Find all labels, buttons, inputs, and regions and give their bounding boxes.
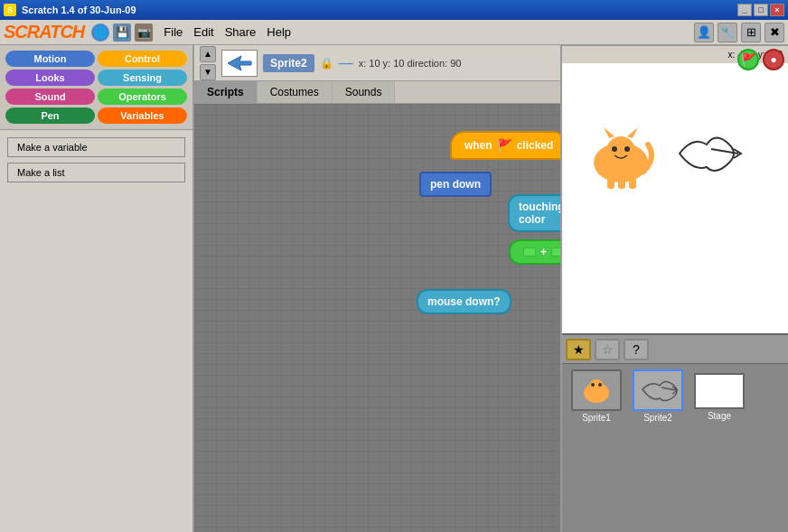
- sprite-indicator: —: [339, 55, 353, 71]
- svg-point-12: [598, 383, 602, 387]
- svg-point-11: [591, 383, 595, 387]
- sprite-nav-down[interactable]: ▼: [200, 64, 216, 80]
- operand2: [551, 247, 560, 257]
- app-icon: S: [4, 4, 16, 16]
- fullscreen-icon[interactable]: ⊞: [741, 23, 761, 42]
- block-categories: Motion Control Looks Sensing Sound Opera…: [0, 45, 192, 130]
- main-layout: Motion Control Looks Sensing Sound Opera…: [0, 45, 788, 532]
- plus-block[interactable]: +: [509, 239, 560, 265]
- share-menu[interactable]: Share: [225, 25, 257, 39]
- sprite-thumbnail: [221, 50, 258, 77]
- menu-bar: SCRATCH 🌐 💾 📷 File Edit Share Help 👤 🔧 ⊞…: [0, 20, 788, 45]
- lock-icon: 🔒: [320, 57, 333, 70]
- when-label: when: [464, 139, 492, 152]
- stage-item[interactable]: Stage: [694, 373, 745, 423]
- question-button[interactable]: ?: [624, 339, 649, 360]
- category-sound[interactable]: Sound: [5, 89, 95, 105]
- left-panel: Motion Control Looks Sensing Sound Opera…: [0, 45, 194, 532]
- make-variable-button[interactable]: Make a variable: [7, 137, 185, 157]
- category-variables[interactable]: Variables: [98, 107, 187, 124]
- script-tabs: Scripts Costumes Sounds: [194, 81, 560, 104]
- globe-icon[interactable]: 🌐: [91, 23, 109, 42]
- sprite-coords: x: 10 y: 10 direction: 90: [359, 58, 462, 69]
- when-clicked-block[interactable]: when 🚩 clicked: [450, 131, 560, 160]
- green-flag-button[interactable]: 🚩: [737, 49, 759, 70]
- scripts-canvas[interactable]: when 🚩 clicked pen down touching color ?…: [194, 104, 560, 532]
- sprite2-image: [638, 373, 678, 407]
- minimize-button[interactable]: _: [737, 4, 752, 16]
- save-icon[interactable]: 💾: [113, 23, 131, 42]
- clicked-label: clicked: [517, 139, 554, 152]
- title-bar-title: Scratch 1.4 of 30-Jun-09: [22, 5, 136, 15]
- flag-icon: 🚩: [497, 138, 512, 153]
- stage-area: 🚩 ●: [562, 45, 788, 333]
- scratch-logo: SCRATCH: [4, 22, 84, 42]
- stage-label: Stage: [708, 411, 731, 421]
- tab-sounds[interactable]: Sounds: [333, 81, 396, 103]
- sprite-viewer: ★ ☆ ? Sprite1: [562, 333, 788, 532]
- svg-point-4: [612, 146, 617, 152]
- touching-color-block[interactable]: touching color ?: [508, 194, 560, 232]
- plus-sign: +: [540, 246, 547, 258]
- svg-rect-8: [629, 176, 636, 189]
- star-filled-button[interactable]: ★: [566, 339, 591, 360]
- user-icon[interactable]: 👤: [694, 23, 714, 42]
- category-sensing[interactable]: Sensing: [98, 70, 187, 86]
- title-bar: S Scratch 1.4 of 30-Jun-09 _ □ ×: [0, 0, 788, 20]
- stop-button[interactable]: ●: [763, 49, 784, 70]
- sprite-item-1[interactable]: Sprite1: [568, 369, 625, 423]
- center-panel: ▲ ▼ Sprite2 🔒 — x: 10 y: 10 direction: 9…: [194, 45, 562, 532]
- sprite-item-2[interactable]: Sprite2: [629, 369, 687, 423]
- svg-rect-7: [618, 176, 625, 189]
- right-panel: 🚩 ●: [562, 45, 788, 532]
- camera-icon[interactable]: 📷: [135, 23, 153, 42]
- sprite-viewer-toolbar: ★ ☆ ?: [562, 335, 788, 364]
- sprite2-label: Sprite2: [643, 413, 672, 423]
- category-control[interactable]: Control: [98, 51, 187, 67]
- turbo-icon[interactable]: ✖: [765, 23, 784, 42]
- mouse-down-block[interactable]: mouse down?: [417, 289, 511, 314]
- svg-point-5: [624, 146, 630, 152]
- settings-icon[interactable]: 🔧: [718, 23, 737, 42]
- operand1: [523, 247, 536, 257]
- edit-menu[interactable]: Edit: [193, 25, 213, 39]
- touching-color-label: touching color: [519, 201, 560, 226]
- star-empty-button[interactable]: ☆: [595, 339, 620, 360]
- svg-point-10: [589, 379, 604, 394]
- svg-marker-2: [604, 127, 614, 138]
- arrow-sprite: [671, 126, 743, 181]
- sprite-header: ▲ ▼ Sprite2 🔒 — x: 10 y: 10 direction: 9…: [194, 45, 560, 81]
- category-motion[interactable]: Motion: [5, 51, 95, 67]
- tab-scripts[interactable]: Scripts: [194, 81, 258, 103]
- cat-sprite: [580, 122, 671, 194]
- svg-marker-3: [627, 127, 638, 138]
- pen-down-block[interactable]: pen down: [419, 172, 492, 197]
- stage-canvas: [562, 77, 788, 315]
- mouse-down-label: mouse down?: [427, 295, 501, 308]
- sprite1-thumbnail: [571, 369, 622, 411]
- svg-rect-6: [607, 176, 614, 189]
- sprites-list: Sprite1 Sprite2 Stage: [562, 364, 788, 532]
- sprite2-thumbnail: [633, 369, 683, 411]
- sprite-name[interactable]: Sprite2: [263, 54, 314, 72]
- tab-costumes[interactable]: Costumes: [258, 81, 333, 103]
- make-list-button[interactable]: Make a list: [7, 163, 185, 182]
- sprite1-label: Sprite1: [582, 413, 611, 423]
- category-operators[interactable]: Operators: [98, 89, 187, 105]
- sprite1-image: [577, 373, 616, 407]
- category-pen[interactable]: Pen: [5, 107, 95, 124]
- stage-controls: 🚩 ●: [737, 49, 784, 70]
- stage-thumbnail: [694, 373, 745, 409]
- sprite-nav-up[interactable]: ▲: [200, 46, 216, 62]
- pen-down-label: pen down: [430, 178, 481, 191]
- close-button[interactable]: ×: [770, 4, 784, 16]
- help-menu[interactable]: Help: [267, 25, 291, 39]
- svg-point-1: [606, 136, 635, 165]
- category-looks[interactable]: Looks: [5, 70, 95, 86]
- blocks-area: Make a variable Make a list: [0, 130, 192, 532]
- file-menu[interactable]: File: [164, 25, 183, 39]
- maximize-button[interactable]: □: [754, 4, 768, 16]
